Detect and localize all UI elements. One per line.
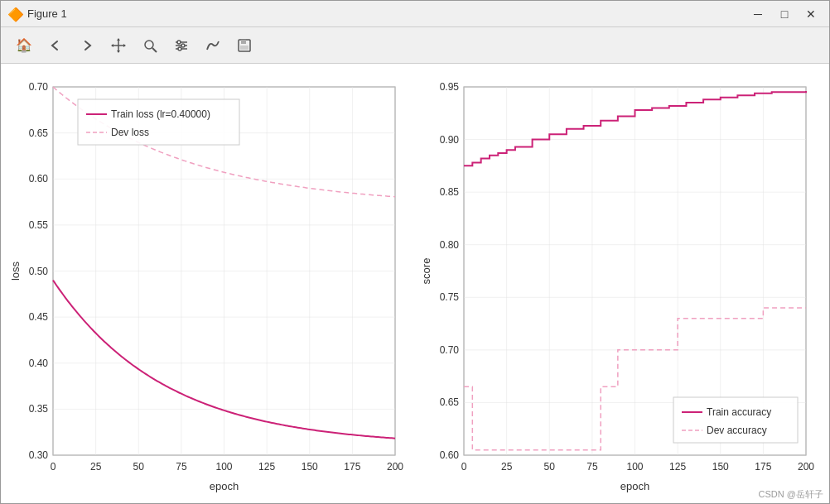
edit-curves-button[interactable]: [198, 32, 228, 59]
save-button[interactable]: [229, 32, 259, 59]
left-chart: [7, 70, 412, 497]
window-controls: ─ □ ✕: [746, 5, 823, 23]
svg-marker-4: [111, 44, 113, 47]
configure-button[interactable]: [166, 32, 196, 59]
zoom-button[interactable]: [135, 32, 165, 59]
watermark: CSDN @岳轩子: [759, 488, 823, 501]
right-chart: [418, 70, 823, 497]
close-button[interactable]: ✕: [799, 5, 823, 23]
svg-marker-2: [117, 38, 120, 41]
svg-marker-5: [123, 44, 126, 47]
forward-button[interactable]: [72, 32, 102, 59]
svg-rect-15: [241, 40, 246, 44]
maximize-button[interactable]: □: [773, 5, 796, 23]
back-button[interactable]: [41, 32, 70, 59]
home-button[interactable]: 🏠: [9, 32, 39, 59]
svg-point-12: [181, 44, 185, 47]
right-canvas: [418, 70, 823, 497]
svg-line-7: [152, 48, 157, 52]
pan-button[interactable]: [104, 32, 133, 59]
toolbar: 🏠: [1, 27, 829, 64]
title-bar: 🔶 Figure 1 ─ □ ✕: [1, 1, 829, 27]
window-icon: 🔶: [7, 7, 22, 22]
minimize-button[interactable]: ─: [746, 5, 770, 23]
svg-point-11: [177, 41, 181, 44]
svg-rect-16: [240, 46, 249, 50]
left-canvas: [7, 70, 412, 497]
svg-marker-3: [117, 50, 120, 53]
main-window: 🔶 Figure 1 ─ □ ✕ 🏠: [0, 0, 830, 504]
svg-point-13: [178, 47, 181, 50]
window-title: Figure 1: [27, 7, 746, 20]
svg-point-6: [145, 41, 153, 49]
plot-area: CSDN @岳轩子: [1, 64, 829, 503]
